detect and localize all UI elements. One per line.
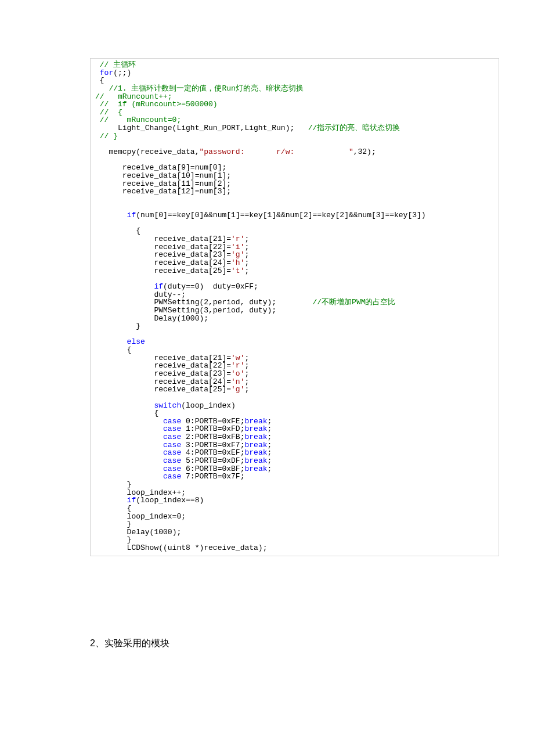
code-keyword: if — [95, 211, 136, 219]
code-text: ); — [367, 147, 376, 156]
code-text: ; — [244, 385, 249, 394]
code-text: Light_Change(Light_Run_PORT,Light_Run); — [95, 124, 308, 132]
code-text: receive_data[ — [95, 385, 213, 394]
document-page: // 主循环 for(;;) { //1. 主循环计数到一定的值，使Run灯的亮… — [0, 0, 534, 685]
code-number: 25 — [213, 267, 222, 275]
code-keyword: break — [244, 465, 267, 473]
code-comment: //不断增加PWM的占空比 — [312, 298, 395, 307]
code-text: ]==key[ — [308, 211, 340, 219]
code-number: 25 — [213, 385, 222, 394]
code-text: ; — [254, 282, 258, 291]
code-number: 32 — [358, 147, 367, 156]
code-comment: // } — [95, 132, 118, 141]
code-text: ]=num[ — [190, 187, 218, 196]
section-heading: 2、实验采用的模块 — [90, 638, 499, 650]
code-text: receive_data[ — [95, 187, 181, 196]
code-text: (loop_index== — [136, 496, 194, 505]
code-text: ; — [240, 472, 245, 481]
code-text: ) duty= — [199, 282, 235, 291]
code-text: ]) — [417, 211, 426, 219]
code-char: 't' — [231, 267, 244, 275]
code-text: ]; — [222, 187, 231, 196]
code-number: 1000 — [154, 528, 172, 537]
code-number: 3 — [376, 211, 381, 219]
code-number: 3 — [412, 211, 417, 219]
code-text: :PORTB= — [190, 472, 222, 481]
code-text: ,period, duty); — [208, 306, 276, 315]
code-text: ]&&num[ — [272, 211, 304, 219]
code-text: ; — [268, 465, 272, 473]
code-text: ]= — [222, 385, 231, 394]
code-text: ; — [244, 267, 249, 275]
code-text: ]==key[ — [381, 211, 413, 219]
code-text: (loop_index) — [181, 401, 236, 410]
code-text: ) — [199, 496, 204, 505]
code-text: ]&&num[ — [344, 211, 376, 219]
code-comment: //指示灯的亮、暗状态切换 — [308, 124, 400, 132]
code-number: 12 — [181, 187, 190, 196]
code-text: (num[ — [136, 211, 158, 219]
code-text: ]==key[ — [163, 211, 195, 219]
code-text: memcpy(receive_data, — [95, 147, 199, 156]
code-text: ); — [172, 528, 182, 537]
code-number: 0xFF — [236, 282, 254, 291]
code-number: 2 — [304, 211, 308, 219]
code-text: receive_data[ — [95, 267, 213, 275]
code-text: ]= — [222, 267, 231, 275]
code-text: LCDShow((uint8 *)receive_data); — [95, 543, 267, 552]
code-number: 1 — [231, 211, 236, 219]
code-number: 1000 — [181, 314, 199, 323]
code-text: , — [353, 147, 358, 156]
code-text: } — [95, 322, 140, 330]
code-number: 7 — [186, 472, 190, 481]
code-text: ); — [199, 314, 208, 323]
code-number: 0 — [158, 211, 163, 219]
code-text: ]&&num[ — [199, 211, 231, 219]
code-text: ]==key[ — [236, 211, 268, 219]
code-text: ; — [181, 512, 186, 521]
code-text: (;;) — [113, 69, 131, 77]
code-string: "password: r/w: " — [199, 147, 353, 156]
code-char: 'g' — [231, 385, 244, 394]
code-block: // 主循环 for(;;) { //1. 主循环计数到一定的值，使Run灯的亮… — [90, 58, 499, 556]
code-number: 2 — [340, 211, 344, 219]
code-number: 0x7F — [222, 472, 240, 481]
